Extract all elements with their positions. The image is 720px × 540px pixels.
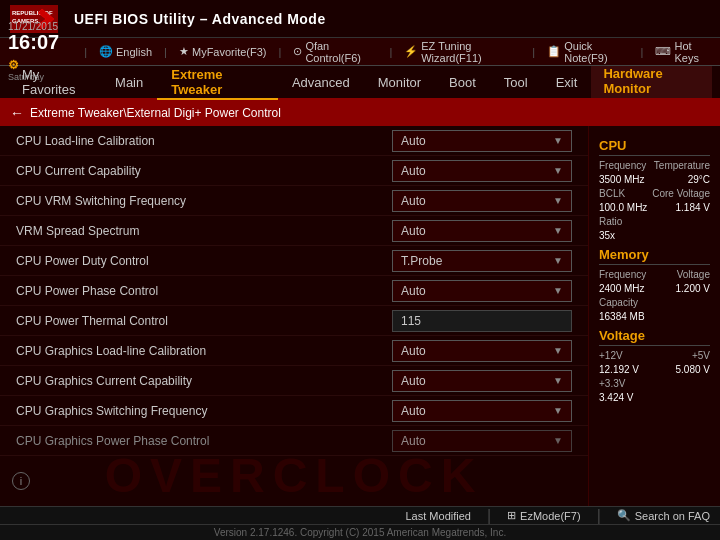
setting-row-cpu-power-duty: CPU Power Duty Control T.Probe ▼ (0, 246, 588, 276)
core-volt-value: 1.184 V (676, 202, 710, 213)
tab-tool[interactable]: Tool (490, 66, 542, 100)
setting-row-cpu-gfx-phase: CPU Graphics Power Phase Control Auto ▼ (0, 426, 588, 456)
ez-tuning-btn[interactable]: ⚡ EZ Tuning Wizard(F11) (404, 40, 520, 64)
hw-monitor-panel: CPU Frequency Temperature 3500 MHz 29°C … (588, 126, 720, 506)
mem-freq-label: Frequency (599, 269, 646, 280)
footer-copyright: Version 2.17.1246. Copyright (C) 2015 Am… (0, 525, 720, 540)
setting-row-cpu-vrm-freq: CPU VRM Switching Frequency Auto ▼ (0, 186, 588, 216)
setting-row-cpu-gfx-current: CPU Graphics Current Capability Auto ▼ (0, 366, 588, 396)
breadcrumb-text: Extreme Tweaker\External Digi+ Power Con… (30, 106, 281, 120)
hot-keys-btn[interactable]: ⌨ Hot Keys (655, 40, 712, 64)
info-icon[interactable]: i (12, 472, 30, 490)
cpu-temp-label: Temperature (654, 160, 710, 171)
setting-row-cpu-gfx-load-line: CPU Graphics Load-line Calibration Auto … (0, 336, 588, 366)
bclk-value: 100.0 MHz (599, 202, 647, 213)
setting-row-cpu-power-thermal: CPU Power Thermal Control 115 (0, 306, 588, 336)
back-arrow-icon[interactable]: ← (10, 105, 24, 121)
note-icon: 📋 (547, 45, 561, 58)
setting-label-10: CPU Graphics Power Phase Control (16, 434, 392, 448)
memory-section-title: Memory (599, 247, 710, 265)
mem-volt-value: 1.200 V (676, 283, 710, 294)
bclk-val-row: 100.0 MHz 1.184 V (599, 202, 710, 213)
setting-dropdown-10[interactable]: Auto ▼ (392, 430, 572, 452)
setting-dropdown-7[interactable]: Auto ▼ (392, 340, 572, 362)
myfav-label: MyFavorite(F3) (192, 46, 267, 58)
setting-dropdown-4[interactable]: T.Probe ▼ (392, 250, 572, 272)
mem-freq-val-row: 2400 MHz 1.200 V (599, 283, 710, 294)
last-modified-btn[interactable]: Last Modified (406, 510, 471, 522)
setting-dropdown-8[interactable]: Auto ▼ (392, 370, 572, 392)
lang-icon: 🌐 (99, 45, 113, 58)
setting-label-2: CPU VRM Switching Frequency (16, 194, 392, 208)
footer-toolbar: Last Modified | ⊞ EzMode(F7) | 🔍 Search … (0, 507, 720, 525)
my-favorite-btn[interactable]: ★ MyFavorite(F3) (179, 45, 267, 58)
ratio-label: Ratio (599, 216, 622, 227)
cpu-freq-label: Frequency (599, 160, 646, 171)
setting-label-5: CPU Power Phase Control (16, 284, 392, 298)
v33-label-row: +3.3V (599, 378, 710, 389)
star-icon: ★ (179, 45, 189, 58)
bclk-row: BCLK Core Voltage (599, 188, 710, 199)
tab-exit[interactable]: Exit (542, 66, 592, 100)
tab-extreme-tweaker[interactable]: Extreme Tweaker (157, 66, 278, 100)
tab-hw-monitor[interactable]: Hardware Monitor (591, 66, 712, 98)
v12-value: 12.192 V (599, 364, 639, 375)
setting-dropdown-9[interactable]: Auto ▼ (392, 400, 572, 422)
setting-text-6[interactable]: 115 (392, 310, 572, 332)
cpu-freq-val-row: 3500 MHz 29°C (599, 174, 710, 185)
chevron-down-icon: ▼ (553, 345, 563, 356)
setting-dropdown-0[interactable]: Auto ▼ (392, 130, 572, 152)
chevron-down-icon: ▼ (553, 195, 563, 206)
tab-my-favorites[interactable]: My Favorites (8, 66, 101, 100)
tab-advanced[interactable]: Advanced (278, 66, 364, 100)
core-volt-label: Core Voltage (652, 188, 710, 199)
main-area: CPU Load-line Calibration Auto ▼ CPU Cur… (0, 126, 720, 506)
lang-selector[interactable]: 🌐 English (99, 45, 152, 58)
chevron-down-icon: ▼ (553, 375, 563, 386)
setting-row-cpu-current-cap: CPU Current Capability Auto ▼ (0, 156, 588, 186)
v5-label: +5V (692, 350, 710, 361)
cpu-freq-row: Frequency Temperature (599, 160, 710, 171)
setting-label-7: CPU Graphics Load-line Calibration (16, 344, 392, 358)
v12-label: +12V (599, 350, 623, 361)
bclk-label: BCLK (599, 188, 625, 199)
setting-label-4: CPU Power Duty Control (16, 254, 392, 268)
setting-dropdown-3[interactable]: Auto ▼ (392, 220, 572, 242)
mem-freq-label-row: Frequency Voltage (599, 269, 710, 280)
setting-dropdown-1[interactable]: Auto ▼ (392, 160, 572, 182)
ez-mode-icon: ⊞ (507, 509, 516, 522)
cpu-section-title: CPU (599, 138, 710, 156)
fan-icon: ⊙ (293, 45, 302, 58)
voltage-section-title: Voltage (599, 328, 710, 346)
setting-dropdown-2[interactable]: Auto ▼ (392, 190, 572, 212)
qfan-btn[interactable]: ⊙ Qfan Control(F6) (293, 40, 377, 64)
search-faq-btn[interactable]: 🔍 Search on FAQ (617, 509, 710, 522)
nav-tabs: My Favorites Main Extreme Tweaker Advanc… (0, 66, 720, 100)
chevron-down-icon: ▼ (553, 255, 563, 266)
bios-title: UEFI BIOS Utility – Advanced Mode (74, 11, 326, 27)
setting-dropdown-5[interactable]: Auto ▼ (392, 280, 572, 302)
mem-volt-label: Voltage (677, 269, 710, 280)
quick-note-label: Quick Note(F9) (564, 40, 628, 64)
hot-keys-label: Hot Keys (674, 40, 712, 64)
quick-note-btn[interactable]: 📋 Quick Note(F9) (547, 40, 628, 64)
tab-main[interactable]: Main (101, 66, 157, 100)
ratio-val-row: 35x (599, 230, 710, 241)
cpu-temp-value: 29°C (688, 174, 710, 185)
search-icon: 🔍 (617, 509, 631, 522)
chevron-down-icon: ▼ (553, 285, 563, 296)
cpu-freq-value: 3500 MHz (599, 174, 645, 185)
header: REPUBLIC OF GAMERS UEFI BIOS Utility – A… (0, 0, 720, 38)
hotkeys-icon: ⌨ (655, 45, 671, 58)
mem-freq-value: 2400 MHz (599, 283, 645, 294)
ez-mode-btn[interactable]: ⊞ EzMode(F7) (507, 509, 581, 522)
setting-row-cpu-load-line: CPU Load-line Calibration Auto ▼ (0, 126, 588, 156)
ratio-label-row: Ratio (599, 216, 710, 227)
lang-label: English (116, 46, 152, 58)
tab-boot[interactable]: Boot (435, 66, 490, 100)
ez-tuning-label: EZ Tuning Wizard(F11) (421, 40, 520, 64)
footer: Last Modified | ⊞ EzMode(F7) | 🔍 Search … (0, 506, 720, 540)
mem-cap-label-row: Capacity (599, 297, 710, 308)
tab-monitor[interactable]: Monitor (364, 66, 435, 100)
chevron-down-icon: ▼ (553, 135, 563, 146)
